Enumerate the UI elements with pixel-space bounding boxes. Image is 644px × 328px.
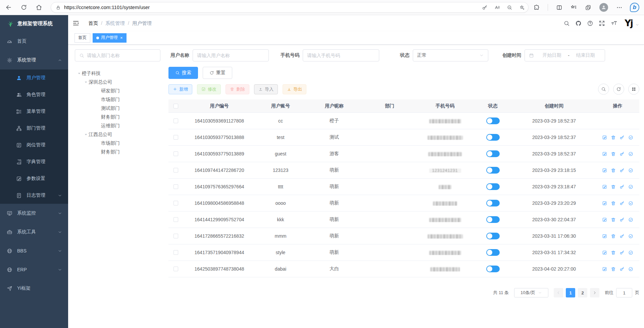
browser-menu-icon[interactable]	[616, 4, 623, 11]
tree-node[interactable]: 财务部门	[75, 148, 160, 156]
tree-node[interactable]: 运维部门	[75, 122, 160, 130]
user-avatar[interactable]: Yj	[625, 19, 633, 28]
row-reset-password-icon[interactable]	[620, 184, 625, 189]
reset-button[interactable]: 重置	[203, 67, 232, 79]
search-button[interactable]: 搜索	[168, 67, 198, 79]
status-toggle[interactable]	[486, 118, 500, 124]
status-toggle[interactable]	[486, 167, 500, 174]
browser-home-icon[interactable]	[36, 4, 42, 11]
status-toggle[interactable]	[486, 249, 500, 256]
tree-node[interactable]: 江西总公司	[75, 130, 160, 139]
tree-node[interactable]: 深圳总公司	[75, 78, 160, 87]
status-toggle[interactable]	[486, 134, 500, 141]
tree-node[interactable]: 市场部门	[75, 95, 160, 104]
prev-page-button[interactable]	[554, 288, 563, 297]
row-checkbox[interactable]	[174, 234, 178, 238]
next-page-button[interactable]	[590, 288, 599, 297]
sidebar-item-Yi框架[interactable]: Yi框架	[0, 279, 68, 298]
row-delete-icon[interactable]	[611, 234, 616, 239]
breadcrumb-home[interactable]: 首页	[88, 20, 98, 27]
row-assign-role-icon[interactable]	[628, 234, 633, 239]
sidebar-item-首页[interactable]: 首页	[0, 32, 68, 51]
sidebar-item-岗位管理[interactable]: 岗位管理	[0, 137, 68, 153]
row-delete-icon[interactable]	[611, 168, 616, 173]
browser-refresh-icon[interactable]	[20, 4, 27, 11]
row-edit-icon[interactable]	[602, 168, 607, 173]
export-button[interactable]: 导出	[283, 84, 306, 94]
row-reset-password-icon[interactable]	[620, 201, 625, 206]
page-size-select[interactable]: 10条/页	[514, 288, 548, 297]
tree-caret-icon[interactable]	[77, 71, 82, 76]
status-toggle[interactable]	[486, 216, 500, 223]
dept-name-field[interactable]	[87, 53, 156, 58]
tree-caret-icon[interactable]	[83, 80, 89, 85]
browser-profile-avatar[interactable]	[599, 3, 608, 12]
row-checkbox[interactable]	[174, 267, 178, 271]
end-date-placeholder[interactable]: 结束日期	[570, 52, 601, 58]
password-icon[interactable]	[482, 5, 488, 10]
sidebar-item-系统管理[interactable]: 系统管理	[0, 51, 68, 69]
sidebar-item-字典管理[interactable]: 字典管理	[0, 153, 68, 170]
import-button[interactable]: 导入	[254, 84, 278, 94]
lock-icon[interactable]	[56, 5, 61, 10]
row-reset-password-icon[interactable]	[620, 135, 625, 140]
help-icon[interactable]	[587, 20, 593, 27]
add-button[interactable]: 新增	[168, 84, 192, 94]
row-edit-icon[interactable]	[602, 234, 607, 239]
status-toggle[interactable]	[486, 150, 500, 157]
status-toggle[interactable]	[486, 183, 500, 190]
sidebar-item-系统监控[interactable]: 系统监控	[0, 204, 68, 223]
close-tab-icon[interactable]: ×	[120, 36, 123, 40]
date-range-picker[interactable]: 开始日期 - 结束日期	[525, 49, 605, 61]
breadcrumb-system[interactable]: 系统管理	[105, 20, 125, 27]
row-edit-icon[interactable]	[602, 267, 607, 272]
tree-node[interactable]: 财务部门	[75, 113, 160, 122]
row-delete-icon[interactable]	[611, 184, 616, 189]
row-reset-password-icon[interactable]	[620, 151, 625, 156]
tree-node[interactable]: 市场部门	[75, 139, 160, 148]
row-delete-icon[interactable]	[611, 267, 616, 272]
tab-home[interactable]: 首页	[75, 33, 90, 43]
row-edit-icon[interactable]	[602, 201, 607, 206]
row-assign-role-icon[interactable]	[628, 217, 633, 222]
copilot-icon[interactable]: b	[630, 3, 639, 12]
edit-button[interactable]: 修改	[197, 84, 221, 94]
row-checkbox[interactable]	[174, 250, 178, 255]
dept-search-input[interactable]	[75, 49, 160, 61]
fullscreen-icon[interactable]	[599, 20, 605, 27]
row-delete-icon[interactable]	[611, 135, 616, 140]
start-date-placeholder[interactable]: 开始日期	[537, 52, 567, 58]
phone-input[interactable]	[303, 49, 379, 61]
sidebar-item-角色管理[interactable]: 角色管理	[0, 86, 68, 103]
row-delete-icon[interactable]	[611, 250, 616, 255]
username-field[interactable]	[197, 53, 264, 58]
zoom-out-icon[interactable]	[507, 5, 512, 10]
toggle-search-button[interactable]	[598, 84, 609, 95]
github-icon[interactable]	[575, 20, 582, 27]
page-number-button[interactable]: 1	[566, 288, 575, 297]
favorites-icon[interactable]	[571, 4, 577, 11]
status-select[interactable]: 正常	[413, 49, 488, 61]
tree-node[interactable]: 测试部门	[75, 104, 160, 113]
row-checkbox[interactable]	[174, 151, 178, 156]
sidebar-item-用户管理[interactable]: 用户管理	[0, 69, 68, 86]
row-edit-icon[interactable]	[602, 184, 607, 189]
row-checkbox[interactable]	[174, 119, 178, 123]
browser-back-icon[interactable]	[5, 4, 12, 11]
sidebar-fold-icon[interactable]	[72, 19, 80, 27]
row-checkbox[interactable]	[174, 168, 178, 173]
columns-button[interactable]	[628, 84, 639, 95]
row-checkbox[interactable]	[174, 184, 178, 189]
sidebar-item-日志管理[interactable]: 日志管理	[0, 187, 68, 204]
username-input[interactable]	[193, 49, 269, 61]
row-delete-icon[interactable]	[611, 217, 616, 222]
page-number-button[interactable]: 2	[578, 288, 587, 297]
sidebar-item-ERP[interactable]: ERP	[0, 260, 68, 279]
row-checkbox[interactable]	[174, 217, 178, 222]
tab-user-management[interactable]: 用户管理 ×	[93, 33, 127, 43]
row-assign-role-icon[interactable]	[628, 135, 633, 140]
sidebar-item-参数设置[interactable]: 参数设置	[0, 170, 68, 187]
select-all-checkbox[interactable]	[174, 104, 178, 108]
tree-node[interactable]: 橙子科技	[75, 69, 160, 78]
row-assign-role-icon[interactable]	[628, 151, 633, 156]
